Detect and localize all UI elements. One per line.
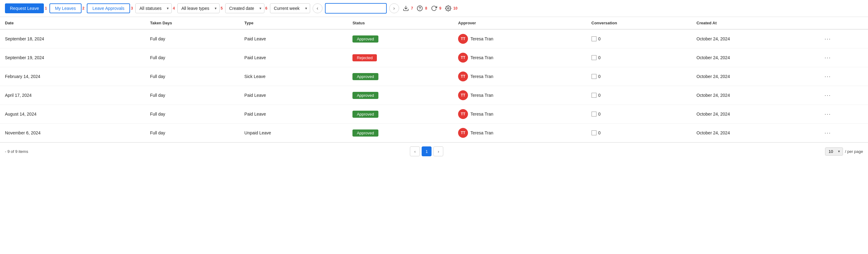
label-num-3: 3 — [131, 6, 133, 10]
download-icon[interactable] — [402, 4, 410, 13]
cell-conversation: 0 — [587, 105, 692, 123]
cell-created-at: October 24, 2024 — [692, 123, 819, 142]
cell-approver: TT Teresa Tran — [453, 123, 586, 142]
cell-type: Paid Leave — [239, 48, 347, 67]
checkbox-icon[interactable] — [592, 55, 596, 60]
label-num-6: 6 — [265, 6, 268, 10]
more-options-button[interactable]: ··· — [825, 92, 831, 99]
current-week-select[interactable]: Current week Last week This month — [270, 3, 310, 13]
col-approver: Approver — [453, 17, 586, 29]
cell-date: September 19, 2024 — [0, 48, 145, 67]
more-options-button[interactable]: ··· — [825, 73, 831, 80]
cell-taken-days: Full day — [145, 29, 239, 48]
all-leave-types-select[interactable]: All leave types Paid Leave Sick Leave Un… — [177, 3, 220, 13]
help-icon[interactable] — [415, 4, 424, 13]
label-num-2: 2 — [83, 6, 85, 10]
more-options-button[interactable]: ··· — [825, 111, 831, 117]
more-options-button[interactable]: ··· — [825, 55, 831, 61]
leave-approvals-tab[interactable]: Leave Approvals — [87, 3, 130, 13]
col-created-at: Created At — [692, 17, 819, 29]
cell-conversation: 0 — [587, 67, 692, 86]
all-statuses-select[interactable]: All statuses Approved Rejected Pending — [135, 3, 172, 13]
toolbar: Request Leave 1 My Leaves 2 Leave Approv… — [0, 0, 868, 17]
col-status: Status — [347, 17, 453, 29]
cell-conversation: 0 — [587, 29, 692, 48]
cell-taken-days: Full day — [145, 105, 239, 123]
more-options-button[interactable]: ··· — [825, 130, 831, 136]
table-row: August 14, 2024 Full day Paid Leave Appr… — [0, 105, 868, 123]
refresh-icon[interactable] — [430, 4, 438, 13]
cell-status: Approved — [347, 29, 453, 48]
cell-created-at: October 24, 2024 — [692, 48, 819, 67]
cell-date: November 6, 2024 — [0, 123, 145, 142]
items-count: - 9 of 9 items — [5, 149, 28, 154]
request-leave-button[interactable]: Request Leave — [5, 3, 44, 13]
next-page-button[interactable]: › — [433, 146, 443, 156]
toolbar-item-7: 7 — [402, 4, 413, 13]
label-num-7: 7 — [411, 6, 413, 10]
conversation-cell: 0 — [592, 112, 687, 116]
next-date-button[interactable]: › — [389, 3, 399, 13]
more-options-button[interactable]: ··· — [825, 36, 831, 42]
avatar: TT — [458, 128, 468, 138]
cell-taken-days: Full day — [145, 86, 239, 105]
conversation-count: 0 — [598, 93, 601, 98]
label-num-5: 5 — [221, 6, 223, 10]
cell-created-at: October 24, 2024 — [692, 86, 819, 105]
table-row: February 14, 2024 Full day Sick Leave Ap… — [0, 67, 868, 86]
conversation-count: 0 — [598, 112, 601, 116]
toolbar-item-5: All leave types Paid Leave Sick Leave Un… — [177, 3, 223, 13]
date-range-input[interactable]: Oct 20, 2024 - Oct 26, 2024 — [325, 3, 387, 13]
approver-cell: TT Teresa Tran — [458, 109, 581, 119]
checkbox-icon[interactable] — [592, 93, 596, 98]
table-row: April 17, 2024 Full day Paid Leave Appro… — [0, 86, 868, 105]
toolbar-item-8: 8 — [415, 4, 427, 13]
cell-taken-days: Full day — [145, 67, 239, 86]
approver-cell: TT Teresa Tran — [458, 128, 581, 138]
status-badge: Approved — [352, 92, 378, 99]
per-page-select-wrapper: 10 20 50 100 ▾ — [825, 147, 843, 156]
cell-date: September 18, 2024 — [0, 29, 145, 48]
cell-date: April 17, 2024 — [0, 86, 145, 105]
col-date: Date — [0, 17, 145, 29]
per-page-wrapper: 10 20 50 100 ▾ / per page — [825, 147, 863, 156]
cell-more: ··· — [819, 123, 868, 142]
created-date-select[interactable]: Created date Leave date — [225, 3, 265, 13]
toolbar-item-3: Leave Approvals 3 — [87, 3, 133, 13]
toolbar-item-1: Request Leave 1 — [5, 3, 47, 13]
settings-icon[interactable] — [444, 4, 453, 13]
prev-date-button[interactable]: ‹ — [313, 3, 322, 13]
page-1-button[interactable]: 1 — [422, 146, 432, 156]
table-row: September 19, 2024 Full day Paid Leave R… — [0, 48, 868, 67]
label-num-10: 10 — [454, 6, 458, 10]
avatar: TT — [458, 53, 468, 63]
label-num-1: 1 — [45, 6, 47, 10]
per-page-label: / per page — [845, 149, 863, 154]
cell-date: August 14, 2024 — [0, 105, 145, 123]
my-leaves-tab[interactable]: My Leaves — [50, 3, 82, 13]
conversation-count: 0 — [598, 131, 601, 135]
cell-more: ··· — [819, 29, 868, 48]
checkbox-icon[interactable] — [592, 74, 596, 79]
all-statuses-wrapper: All statuses Approved Rejected Pending ▾ — [135, 3, 172, 13]
cell-more: ··· — [819, 86, 868, 105]
approver-name: Teresa Tran — [470, 131, 493, 135]
cell-status: Rejected — [347, 48, 453, 67]
current-week-wrapper: Current week Last week This month ▾ — [270, 3, 310, 13]
approver-name: Teresa Tran — [470, 74, 493, 79]
toolbar-item-10: 10 — [444, 4, 458, 13]
conversation-count: 0 — [598, 36, 601, 41]
conversation-cell: 0 — [592, 131, 687, 135]
approver-cell: TT Teresa Tran — [458, 34, 581, 44]
cell-status: Approved — [347, 86, 453, 105]
cell-type: Paid Leave — [239, 29, 347, 48]
checkbox-icon[interactable] — [592, 131, 596, 135]
cell-type: Sick Leave — [239, 67, 347, 86]
checkbox-icon[interactable] — [592, 36, 596, 41]
prev-page-button[interactable]: ‹ — [410, 146, 420, 156]
cell-more: ··· — [819, 105, 868, 123]
conversation-cell: 0 — [592, 55, 687, 60]
cell-status: Approved — [347, 67, 453, 86]
checkbox-icon[interactable] — [592, 112, 596, 116]
per-page-select[interactable]: 10 20 50 100 — [825, 147, 843, 156]
